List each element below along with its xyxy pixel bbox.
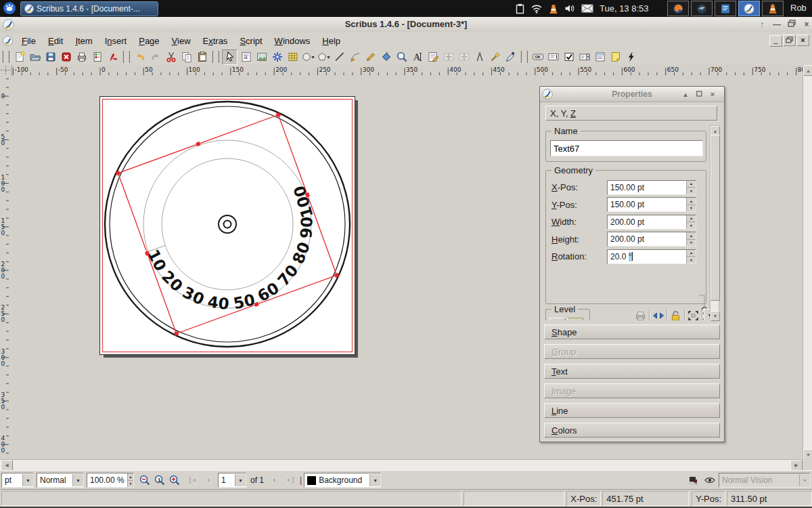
mdi-minimize-button[interactable]: _ [769, 35, 782, 47]
flip-horizontal-icon[interactable] [651, 309, 665, 320]
first-page-button[interactable] [186, 473, 200, 487]
menu-script[interactable]: Script [233, 34, 268, 48]
palette-shade-button[interactable]: ▴ [681, 89, 690, 99]
insert-text-frame-button[interactable]: a [239, 50, 253, 64]
window-titlebar[interactable]: Scribus 1.4.6 - [Document-3*] ↑ — × [0, 17, 812, 33]
pdf-link-annotation-button[interactable] [624, 50, 638, 64]
palette-restore-button[interactable] [694, 89, 704, 99]
select-item-button[interactable] [222, 49, 238, 65]
insert-table-button[interactable] [286, 50, 300, 64]
dropdown-arrow-icon[interactable]: ▼ [326, 55, 331, 60]
mdi-restore-button[interactable] [783, 35, 796, 46]
new-document-button[interactable] [12, 50, 26, 64]
insert-image-frame-button[interactable] [254, 50, 269, 64]
copy-button[interactable] [179, 50, 194, 64]
spin-buttons[interactable]: ▲▼ [686, 250, 696, 263]
zoom-tool-button[interactable] [394, 50, 409, 64]
scroll-left-button[interactable]: ◀ [1, 460, 13, 471]
unit-select[interactable]: pt ▼ [1, 473, 34, 488]
spin-buttons[interactable]: ▲▼ [686, 181, 696, 194]
width-spinner[interactable]: 200.00 pt▲▼ [607, 215, 696, 230]
shade-window-button[interactable]: ↑ [757, 20, 767, 30]
insert-shape-button[interactable]: ▼ [301, 50, 315, 64]
menu-extras[interactable]: Extras [197, 34, 234, 48]
toolbar-handle[interactable] [212, 51, 219, 63]
rotate-item-button[interactable] [379, 50, 393, 64]
color-management-icon[interactable] [687, 473, 700, 487]
zoom-out-button[interactable] [138, 473, 152, 487]
undo-button[interactable] [133, 50, 147, 64]
link-text-frames-button[interactable] [441, 50, 455, 64]
thunderbird-launcher[interactable] [691, 1, 713, 16]
insert-line-button[interactable] [332, 50, 346, 64]
paste-button[interactable] [195, 50, 209, 64]
unlink-text-frames-button[interactable] [457, 50, 471, 64]
section-text[interactable]: Text [544, 364, 720, 379]
menu-edit[interactable]: Edit [42, 34, 69, 48]
section-line[interactable]: Line [544, 403, 720, 418]
story-editor-button[interactable] [426, 50, 440, 64]
save-document-button[interactable] [43, 50, 58, 64]
properties-palette[interactable]: Properties ▴ × X, Y, Z Name Geometry X-P… [539, 86, 725, 442]
properties-titlebar[interactable]: Properties ▴ × [540, 87, 724, 102]
printing-enabled-icon[interactable] [633, 309, 648, 320]
ypos-spinner[interactable]: 150.00 pt▲▼ [607, 197, 696, 212]
layer-select[interactable]: Background ▼ [304, 473, 381, 488]
pdf-push-button-button[interactable]: OK [531, 50, 545, 64]
document-page[interactable]: 102030405060708090100 [99, 96, 355, 355]
horizontal-ruler[interactable]: -100-50050100150200250300350400450500550… [0, 65, 812, 77]
toolbar-handle[interactable] [2, 51, 9, 63]
scribus-launcher[interactable] [738, 1, 760, 16]
firefox-launcher[interactable] [667, 1, 689, 16]
vertical-scrollbar[interactable]: ▲ ▼ [803, 65, 812, 459]
toolbar-handle[interactable] [122, 51, 130, 63]
preflight-verifier-button[interactable] [90, 50, 104, 64]
ruler-origin-box[interactable] [0, 65, 12, 77]
page-number-select[interactable]: 1 ▼ [218, 473, 246, 488]
section-shape[interactable]: Shape [544, 324, 720, 339]
spin-buttons[interactable]: ▲▼ [686, 198, 696, 211]
menu-insert[interactable]: Insert [99, 34, 133, 48]
zoom-in-button[interactable] [168, 473, 181, 487]
wifi-icon[interactable] [531, 3, 543, 14]
menu-item[interactable]: Item [69, 34, 98, 48]
preview-mode-eye-icon[interactable] [703, 473, 717, 487]
mail-icon[interactable] [581, 4, 593, 13]
zoom-100-button[interactable]: 1 [153, 473, 166, 487]
previous-page-button[interactable] [201, 473, 215, 487]
horizontal-scrollbar[interactable]: ◀ ▶ [0, 459, 803, 471]
quality-select[interactable]: Normal ▼ [37, 473, 84, 488]
scroll-down-button[interactable]: ▼ [803, 449, 812, 460]
lock-size-icon[interactable] [686, 309, 700, 320]
scroll-up-button[interactable]: ▲ [803, 65, 812, 76]
toolbar-handle[interactable] [520, 51, 528, 63]
open-document-button[interactable] [28, 50, 42, 64]
lower-level-button[interactable] [567, 318, 583, 320]
palette-scrollbar[interactable]: ▲ ▼ [710, 125, 719, 320]
export-pdf-button[interactable] [106, 50, 120, 64]
palette-close-button[interactable]: × [708, 89, 717, 99]
palette-scroll-thumb[interactable] [710, 135, 720, 301]
dropdown-arrow-icon[interactable]: ▼ [311, 55, 315, 60]
cut-button[interactable] [164, 50, 178, 64]
height-spinner[interactable]: 200.00 pt▲▼ [607, 232, 696, 247]
mdi-close-button[interactable]: × [796, 35, 809, 46]
clipboard-tray-icon[interactable] [516, 3, 524, 14]
copy-item-properties-button[interactable] [488, 50, 502, 64]
section-colors[interactable]: Colors [544, 423, 720, 438]
vertical-ruler[interactable]: 050100150200250300350400 [0, 76, 10, 459]
redo-button[interactable] [148, 50, 162, 64]
tab-xyz[interactable]: X, Y, Z [545, 106, 717, 121]
vlc-launcher[interactable] [762, 1, 784, 16]
desktop-menu-icon[interactable] [3, 1, 16, 17]
pdf-list-box-button[interactable] [593, 50, 607, 64]
document-menu-icon[interactable] [0, 36, 16, 46]
minimize-window-button[interactable]: — [771, 20, 782, 30]
menu-file[interactable]: File [16, 34, 42, 48]
zoom-level-spinner[interactable]: 100.00 % ▲▼ [87, 473, 134, 488]
spin-buttons[interactable]: ▲▼ [686, 215, 696, 229]
lock-object-icon[interactable] [669, 309, 683, 320]
insert-polygon-button[interactable]: ▼ [317, 50, 331, 64]
close-window-button[interactable]: × [801, 20, 812, 30]
text-editor-launcher[interactable] [715, 1, 736, 16]
